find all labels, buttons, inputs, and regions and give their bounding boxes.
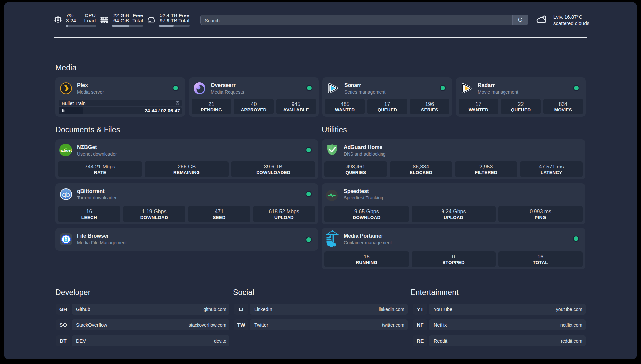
svg-text:nzbget: nzbget (59, 148, 72, 152)
svg-text:qb: qb (62, 191, 70, 198)
